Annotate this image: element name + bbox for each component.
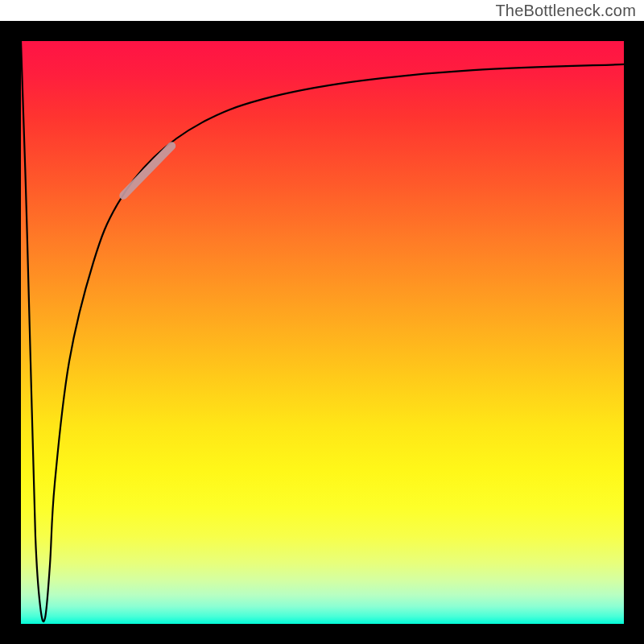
plot-area — [21, 41, 624, 624]
bottleneck-curve — [21, 41, 624, 624]
chart-frame — [0, 21, 644, 644]
chart-container: TheBottleneck.com — [0, 0, 644, 644]
attribution-text: TheBottleneck.com — [495, 2, 636, 20]
